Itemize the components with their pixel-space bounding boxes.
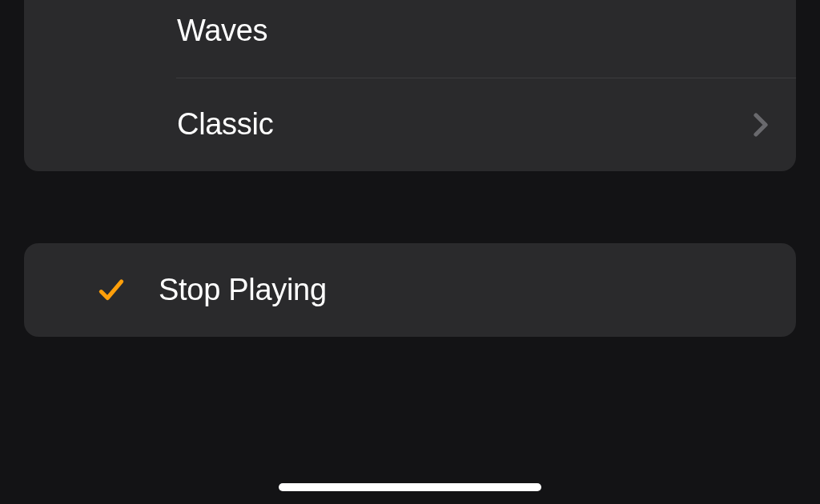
sound-options-section: Waves Classic bbox=[24, 0, 796, 171]
list-item-classic[interactable]: Classic bbox=[24, 78, 796, 171]
separator bbox=[176, 78, 796, 78]
item-label: Waves bbox=[177, 14, 267, 48]
list-item-stop-playing[interactable]: Stop Playing bbox=[24, 243, 796, 337]
chevron-right-icon bbox=[754, 113, 768, 137]
home-indicator[interactable] bbox=[279, 483, 541, 491]
item-label: Stop Playing bbox=[159, 273, 327, 307]
stop-playing-section: Stop Playing bbox=[24, 243, 796, 337]
item-label: Classic bbox=[177, 107, 273, 142]
checkmark-icon bbox=[96, 275, 127, 306]
list-item-waves[interactable]: Waves bbox=[24, 0, 796, 78]
